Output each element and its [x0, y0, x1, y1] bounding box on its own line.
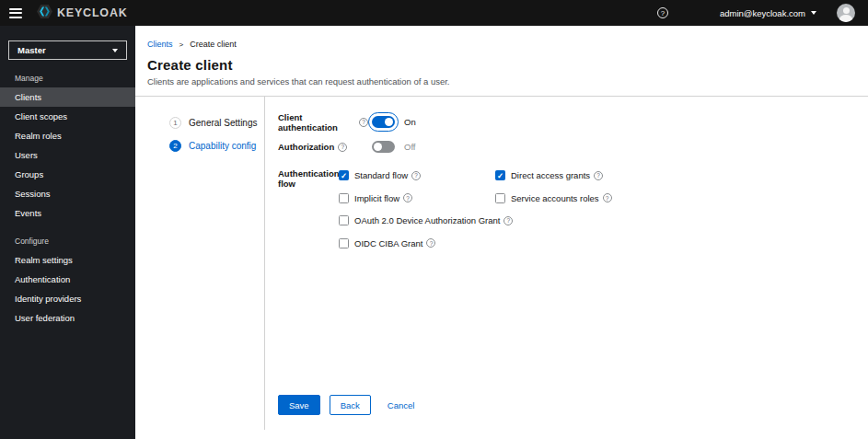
option-implicit-flow: Implicit flow? — [339, 193, 495, 203]
authentication-flow-row: Authentication flow Standard flow? Direc… — [278, 168, 868, 248]
help-icon[interactable]: ? — [594, 171, 603, 180]
authentication-flow-label: Authentication flow — [278, 168, 339, 189]
realm-name: Master — [17, 45, 46, 55]
toggle-state-text: Off — [404, 142, 416, 152]
toggle-state-text: On — [404, 117, 416, 127]
checkbox[interactable] — [339, 238, 349, 248]
user-menu[interactable]: admin@keycloak.com — [720, 8, 816, 18]
sidebar-item-realm-settings[interactable]: Realm settings — [0, 250, 135, 270]
breadcrumb-current: Create client — [190, 40, 237, 49]
caret-down-icon — [112, 49, 118, 52]
step-number: 1 — [169, 117, 181, 129]
help-icon[interactable]: ? — [657, 7, 668, 18]
sidebar-item-user-federation[interactable]: User federation — [0, 308, 135, 328]
authorization-row: Authorization ? Off — [278, 136, 868, 157]
sidebar-item-client-scopes[interactable]: Client scopes — [0, 107, 135, 126]
realm-selector[interactable]: Master — [8, 40, 127, 60]
hamburger-menu-icon[interactable] — [9, 8, 22, 18]
capability-config-form: Client authentication ? On Authorization… — [265, 97, 868, 430]
help-icon[interactable]: ? — [338, 143, 347, 152]
help-icon[interactable]: ? — [359, 118, 368, 127]
wizard-steps: 1 General Settings 2 Capability config — [135, 97, 265, 430]
cancel-button[interactable]: Cancel — [388, 396, 415, 414]
sidebar-item-realm-roles[interactable]: Realm roles — [0, 126, 135, 145]
authentication-flow-options: Standard flow? Direct access grants? Imp… — [339, 170, 612, 248]
help-icon[interactable]: ? — [411, 171, 421, 180]
help-icon[interactable]: ? — [503, 216, 513, 225]
sidebar-item-groups[interactable]: Groups — [0, 165, 135, 184]
step-label: Capability config — [189, 141, 256, 151]
sidebar-item-clients[interactable]: Clients — [0, 87, 135, 107]
caret-down-icon — [811, 11, 816, 15]
help-icon[interactable]: ? — [603, 193, 612, 202]
step-number: 2 — [169, 140, 181, 152]
breadcrumb-clients-link[interactable]: Clients — [147, 40, 173, 49]
back-button[interactable]: Back — [330, 395, 371, 415]
sidebar-item-sessions[interactable]: Sessions — [0, 184, 135, 203]
checkbox[interactable] — [339, 193, 349, 203]
sidebar-item-events[interactable]: Events — [0, 203, 135, 223]
save-button[interactable]: Save — [278, 395, 320, 415]
checkbox[interactable] — [495, 193, 505, 203]
checkbox[interactable] — [495, 170, 505, 180]
checkbox[interactable] — [339, 215, 349, 225]
nav-section-configure: Configure — [0, 223, 135, 250]
breadcrumb: Clients > Create client — [135, 26, 868, 49]
client-authentication-row: Client authentication ? On — [278, 111, 868, 133]
page-subtitle: Clients are applications and services th… — [135, 73, 868, 87]
help-icon[interactable]: ? — [426, 238, 435, 248]
step-label: General Settings — [189, 118, 258, 128]
breadcrumb-separator-icon: > — [179, 40, 184, 49]
brand-name: KEYCLOAK — [57, 6, 128, 19]
page-title: Create client — [135, 49, 868, 73]
sidebar-item-authentication[interactable]: Authentication — [0, 270, 135, 289]
option-oidc-ciba-grant: OIDC CIBA Grant? — [339, 238, 612, 248]
brand-logo[interactable]: KEYCLOAK — [37, 5, 128, 22]
authorization-toggle[interactable] — [372, 141, 395, 153]
option-direct-access-grants: Direct access grants? — [495, 170, 612, 180]
top-header: KEYCLOAK ? admin@keycloak.com — [0, 0, 868, 26]
keycloak-logo-icon — [37, 5, 52, 22]
sidebar: Master Manage Clients Client scopes Real… — [0, 26, 135, 439]
checkbox[interactable] — [339, 170, 349, 180]
client-authentication-toggle[interactable] — [372, 116, 395, 128]
create-client-wizard: 1 General Settings 2 Capability config C… — [135, 97, 868, 439]
wizard-step-general-settings[interactable]: 1 General Settings — [169, 117, 264, 129]
sidebar-item-identity-providers[interactable]: Identity providers — [0, 289, 135, 308]
avatar[interactable] — [837, 4, 855, 22]
wizard-step-capability-config[interactable]: 2 Capability config — [169, 140, 264, 152]
option-service-accounts-roles: Service accounts roles? — [495, 193, 612, 203]
help-icon[interactable]: ? — [403, 193, 412, 202]
client-authentication-label: Client authentication ? — [278, 112, 368, 133]
authorization-label: Authorization ? — [278, 142, 368, 152]
option-oauth-device-authorization-grant: OAuth 2.0 Device Authorization Grant? — [339, 215, 612, 225]
keycloak-admin-console: KEYCLOAK ? admin@keycloak.com Master Man… — [0, 0, 868, 439]
option-standard-flow: Standard flow? — [339, 170, 495, 180]
user-email: admin@keycloak.com — [720, 8, 805, 18]
main-content: Clients > Create client Create client Cl… — [135, 26, 868, 439]
form-actions: Save Back Cancel — [278, 395, 868, 422]
sidebar-item-users[interactable]: Users — [0, 145, 135, 165]
nav-section-manage: Manage — [0, 60, 135, 87]
